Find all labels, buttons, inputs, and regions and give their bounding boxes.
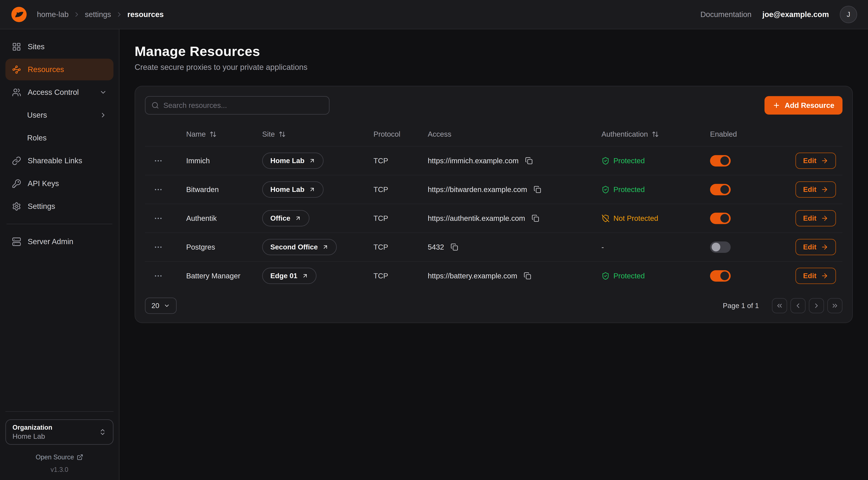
arrow-up-right-icon [295, 215, 301, 221]
arrow-up-right-icon [309, 157, 315, 164]
last-page-button[interactable] [827, 298, 842, 313]
auth-status-label: Protected [613, 185, 645, 194]
site-link-button[interactable]: Home Lab [262, 153, 323, 169]
avatar[interactable]: J [840, 6, 857, 23]
protocol-value: TCP [373, 156, 388, 165]
topbar: home-lab settings resources Documentatio… [0, 0, 868, 29]
documentation-link[interactable]: Documentation [701, 10, 752, 19]
copy-icon[interactable] [522, 270, 533, 281]
sidebar-item-label: Access Control [28, 88, 79, 97]
sidebar-item-resources[interactable]: Resources [5, 59, 114, 80]
row-menu-button[interactable] [151, 240, 165, 254]
auth-status-badge: Not Protected [601, 214, 658, 222]
enabled-toggle[interactable] [710, 241, 731, 253]
sidebar-item-access-control[interactable]: Access Control [5, 82, 114, 103]
next-page-button[interactable] [809, 298, 824, 313]
table-body: Immich Home Lab TCP https://immich.examp… [145, 146, 842, 290]
edit-label: Edit [803, 214, 816, 222]
user-email[interactable]: joe@example.com [762, 10, 829, 19]
access-value: 5432 [428, 243, 444, 251]
edit-button[interactable]: Edit [796, 239, 836, 255]
sidebar-item-label: Settings [28, 202, 55, 211]
access-value: https://authentik.example.com [428, 214, 525, 222]
sidebar-bottom: Organization Home Lab Open Source v1.3.0 [5, 411, 114, 474]
row-menu-button[interactable] [151, 212, 165, 225]
auth-status-label: - [601, 243, 604, 251]
site-name: Home Lab [270, 185, 305, 193]
row-menu-button[interactable] [151, 154, 165, 168]
arrow-right-icon [821, 272, 828, 280]
copy-icon[interactable] [449, 242, 460, 252]
breadcrumb-settings[interactable]: settings [85, 10, 111, 19]
sidebar-item-label: Server Admin [28, 237, 73, 246]
breadcrumb-separator-icon [73, 11, 81, 18]
site-link-button[interactable]: Edge 01 [262, 268, 316, 284]
page-size-select[interactable]: 20 [145, 298, 177, 314]
copy-icon[interactable] [530, 213, 541, 224]
add-resource-button[interactable]: Add Resource [765, 96, 842, 115]
app-logo[interactable] [11, 6, 27, 23]
enabled-toggle[interactable] [710, 270, 731, 281]
site-name: Edge 01 [270, 272, 298, 280]
add-resource-label: Add Resource [784, 101, 834, 110]
page-subtitle: Create secure proxies to your private ap… [135, 63, 853, 72]
server-icon [12, 237, 21, 246]
site-link-button[interactable]: Office [262, 210, 309, 227]
organization-value: Home Lab [12, 432, 52, 440]
access-value: https://battery.example.com [428, 272, 517, 280]
resource-name: Immich [186, 156, 210, 165]
sort-icon [210, 131, 217, 138]
sidebar-item-shareable-links[interactable]: Shareable Links [5, 150, 114, 172]
auth-status-label: Protected [613, 156, 645, 165]
sidebar-item-api-keys[interactable]: API Keys [5, 173, 114, 194]
enabled-toggle[interactable] [710, 155, 731, 167]
edit-button[interactable]: Edit [796, 268, 836, 284]
arrow-up-right-icon [302, 273, 308, 279]
column-header-site[interactable]: Site [262, 130, 373, 139]
table-row: Bitwarden Home Lab TCP https://bitwarden… [145, 175, 842, 204]
site-name: Office [270, 214, 290, 222]
row-menu-button[interactable] [151, 183, 165, 197]
sidebar-item-server-admin[interactable]: Server Admin [5, 231, 114, 252]
edit-label: Edit [803, 185, 816, 193]
edit-label: Edit [803, 243, 816, 251]
site-link-button[interactable]: Home Lab [262, 181, 323, 198]
auth-status-badge: Protected [601, 185, 645, 194]
column-header-name[interactable]: Name [186, 130, 262, 139]
table-row: Authentik Office TCP https://authentik.e… [145, 204, 842, 232]
sidebar-item-roles[interactable]: Roles [5, 127, 114, 149]
open-source-label: Open Source [36, 453, 74, 461]
open-source-link[interactable]: Open Source [36, 453, 83, 461]
first-page-button[interactable] [772, 298, 787, 313]
breadcrumb-resources[interactable]: resources [127, 10, 164, 19]
previous-page-button[interactable] [790, 298, 806, 313]
sidebar-item-settings[interactable]: Settings [5, 196, 114, 217]
edit-button[interactable]: Edit [796, 210, 836, 227]
auth-status-badge: - [601, 243, 604, 251]
row-menu-button[interactable] [151, 269, 165, 283]
organization-select[interactable]: Organization Home Lab [5, 419, 114, 445]
edit-button[interactable]: Edit [796, 153, 836, 169]
search-icon [151, 101, 159, 109]
column-header-enabled: Enabled [710, 130, 783, 139]
sidebar-item-label: Resources [28, 65, 64, 74]
app-version: v1.3.0 [51, 466, 68, 474]
sidebar-item-users[interactable]: Users [5, 104, 114, 126]
resources-waypoints-icon [12, 65, 21, 74]
gear-icon [12, 202, 21, 211]
copy-icon[interactable] [532, 184, 543, 195]
arrow-up-right-icon [322, 244, 329, 250]
auth-status-badge: Protected [601, 272, 645, 280]
resources-card: Add Resource Name Site P [135, 86, 853, 323]
breadcrumb-org[interactable]: home-lab [37, 10, 69, 19]
edit-button[interactable]: Edit [796, 181, 836, 198]
chevrons-up-down-icon [99, 428, 106, 436]
search-input[interactable] [163, 101, 323, 110]
enabled-toggle[interactable] [710, 213, 731, 224]
site-link-button[interactable]: Second Office [262, 239, 337, 255]
sidebar-item-sites[interactable]: Sites [5, 36, 114, 58]
copy-icon[interactable] [524, 155, 534, 166]
column-header-authentication[interactable]: Authentication [601, 130, 710, 139]
enabled-toggle[interactable] [710, 184, 731, 195]
auth-status-badge: Protected [601, 156, 645, 165]
